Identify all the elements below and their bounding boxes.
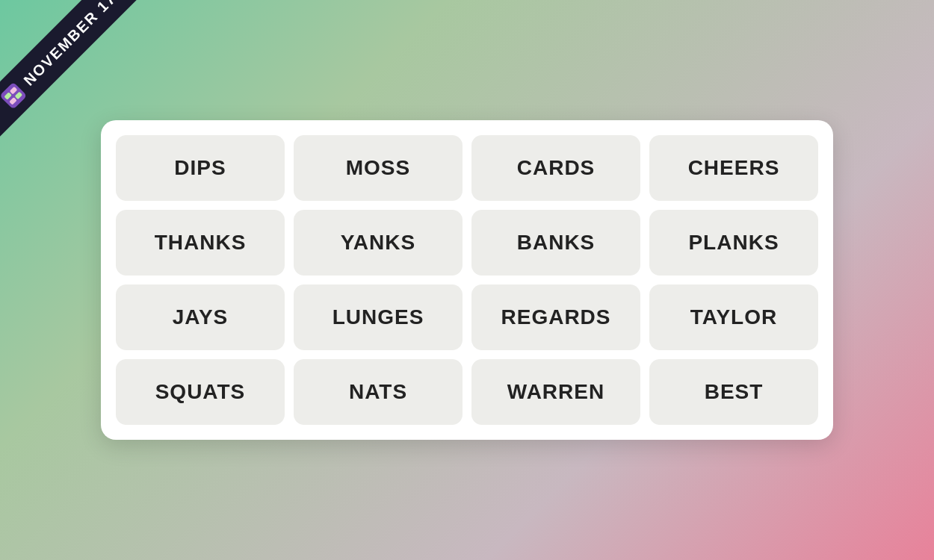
cell-label-lunges: LUNGES (333, 305, 424, 329)
grid-cell-thanks[interactable]: THANKS (116, 210, 285, 276)
grid-cell-banks[interactable]: BANKS (471, 210, 640, 276)
app-icon (0, 81, 28, 111)
cell-label-nats: NATS (349, 380, 407, 404)
corner-banner: NOVEMBER 17 (0, 0, 179, 179)
grid-cell-taylor[interactable]: TAYLOR (649, 284, 818, 350)
cell-label-thanks: THANKS (155, 231, 247, 255)
cell-label-cards: CARDS (517, 156, 596, 180)
svg-rect-0 (0, 81, 28, 109)
grid-cell-regards[interactable]: REGARDS (471, 284, 640, 350)
banner-date: NOVEMBER 17 (20, 0, 120, 89)
cell-label-moss: MOSS (346, 156, 410, 180)
grid-cell-lunges[interactable]: LUNGES (294, 284, 463, 350)
word-grid: DIPSMOSSCARDSCHEERSTHANKSYANKSBANKSPLANK… (116, 135, 818, 425)
main-card: DIPSMOSSCARDSCHEERSTHANKSYANKSBANKSPLANK… (101, 120, 833, 440)
cell-label-regards: REGARDS (501, 305, 610, 329)
grid-cell-best[interactable]: BEST (649, 359, 818, 425)
grid-cell-jays[interactable]: JAYS (116, 284, 285, 350)
cell-label-yanks: YANKS (341, 231, 415, 255)
cell-label-jays: JAYS (173, 305, 229, 329)
grid-cell-cheers[interactable]: CHEERS (649, 135, 818, 201)
cell-label-squats: SQUATS (155, 380, 246, 404)
cell-label-planks: PLANKS (688, 231, 779, 255)
grid-cell-nats[interactable]: NATS (294, 359, 463, 425)
grid-cell-planks[interactable]: PLANKS (649, 210, 818, 276)
grid-cell-squats[interactable]: SQUATS (116, 359, 285, 425)
grid-cell-warren[interactable]: WARREN (471, 359, 640, 425)
cell-label-banks: BANKS (517, 231, 596, 255)
grid-cell-moss[interactable]: MOSS (294, 135, 463, 201)
cell-label-taylor: TAYLOR (690, 305, 777, 329)
grid-cell-cards[interactable]: CARDS (471, 135, 640, 201)
grid-cell-yanks[interactable]: YANKS (294, 210, 463, 276)
cell-label-best: BEST (705, 380, 764, 404)
cell-label-warren: WARREN (507, 380, 604, 404)
cell-label-cheers: CHEERS (688, 156, 780, 180)
cell-label-dips: DIPS (174, 156, 226, 180)
